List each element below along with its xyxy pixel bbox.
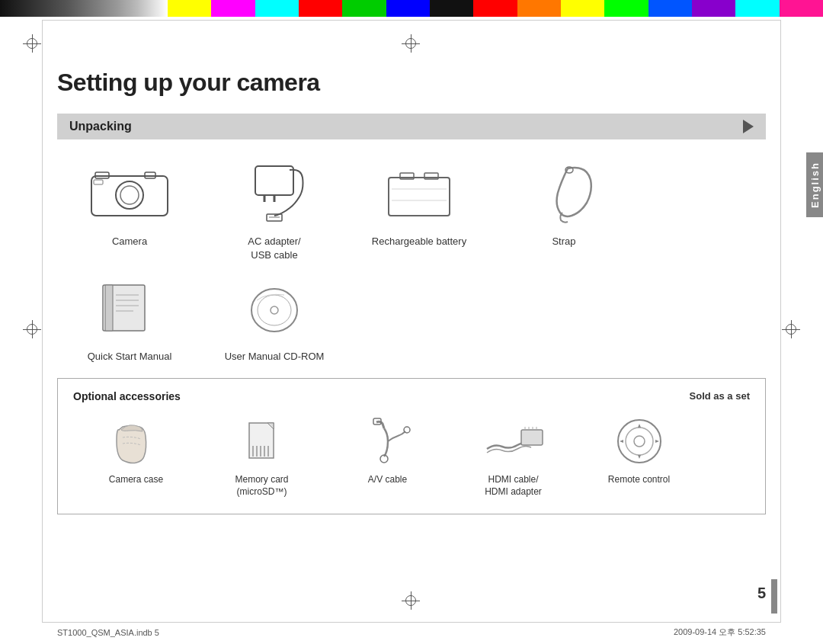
optional-accessories-box: Optional accessories Sold as a set: [57, 378, 766, 515]
item-quick-start: Quick Start Manual: [57, 274, 202, 364]
item-battery: Rechargeable battery: [347, 159, 492, 248]
remote-label: Remote control: [608, 473, 670, 486]
footer-filename: ST1000_QSM_ASIA.indb 5: [57, 628, 159, 637]
swatch-violet: [692, 0, 735, 17]
quick-start-image: [84, 274, 175, 342]
top-color-bar: [0, 0, 823, 17]
crosshair-left-mid: [23, 320, 41, 338]
language-label: English: [809, 162, 821, 208]
av-cable-image: [350, 414, 426, 467]
quick-start-label: Quick Start Manual: [88, 350, 172, 364]
item-user-manual: User Manual CD-ROM: [202, 274, 347, 364]
swatch-red: [299, 0, 342, 17]
svg-marker-44: [620, 440, 623, 443]
hdmi-label: HDMI cable/HDMI adapter: [485, 473, 542, 499]
language-tab: English: [806, 152, 823, 217]
optional-items-row: Camera case: [73, 414, 750, 499]
unpacking-items-row2: Quick Start Manual User Manual CD-ROM: [57, 274, 766, 364]
svg-rect-34: [521, 430, 543, 445]
quick-start-svg: [99, 281, 160, 335]
crosshair-right-mid: [782, 320, 800, 338]
svg-point-25: [271, 306, 278, 314]
footer-timestamp: 2009-09-14 오후 5:52:35: [674, 626, 766, 638]
svg-point-33: [404, 427, 410, 433]
swatch-pink: [780, 0, 823, 17]
svg-rect-5: [94, 180, 103, 184]
user-manual-svg: [240, 281, 309, 335]
camera-label: Camera: [112, 235, 147, 248]
remote-image: [601, 414, 677, 467]
svg-point-24: [258, 295, 291, 325]
unpacking-items-row1: Camera AC adapter/USB cable: [57, 159, 766, 262]
opt-item-av-cable: A/V cable: [325, 414, 450, 486]
page-title: Setting up your camera: [57, 69, 766, 97]
footer: ST1000_QSM_ASIA.indb 5 2009-09-14 오후 5:5…: [57, 622, 766, 638]
swatch-red2: [473, 0, 517, 17]
optional-title: Optional accessories: [73, 390, 181, 402]
item-camera: Camera: [57, 159, 202, 248]
memory-card-label: Memory card(microSD™): [235, 473, 288, 499]
svg-rect-11: [389, 178, 450, 216]
page-marker: [771, 579, 777, 614]
optional-header: Optional accessories Sold as a set: [73, 390, 750, 402]
swatch-green: [342, 0, 386, 17]
svg-rect-18: [105, 285, 113, 331]
camera-case-image: [98, 414, 175, 467]
swatch-orange: [517, 0, 561, 17]
av-cable-label: A/V cable: [368, 473, 407, 486]
swatch-blue2: [648, 0, 692, 17]
opt-item-camera-case: Camera case: [73, 414, 199, 486]
camera-case-svg: [107, 415, 165, 466]
swatch-blue: [386, 0, 430, 17]
svg-marker-45: [655, 440, 659, 443]
battery-image: [373, 159, 465, 227]
color-swatches: [168, 0, 823, 17]
camera-svg: [88, 165, 171, 222]
swatch-cyan: [255, 0, 299, 17]
user-manual-label: User Manual CD-ROM: [225, 350, 325, 364]
swatch-yellow2: [561, 0, 604, 17]
svg-marker-43: [638, 455, 641, 459]
battery-svg: [381, 162, 457, 223]
ac-adapter-image: [229, 159, 320, 227]
swatch-black: [430, 0, 473, 17]
swatch-cyan2: [735, 0, 779, 17]
svg-point-2: [120, 186, 139, 204]
camera-image: [84, 159, 175, 227]
svg-point-40: [626, 428, 653, 455]
opt-item-memory-card: Memory card(microSD™): [199, 414, 325, 499]
hdmi-image: [476, 414, 552, 467]
unpacking-label: Unpacking: [69, 120, 132, 133]
svg-rect-6: [255, 166, 293, 195]
strap-svg: [526, 161, 602, 226]
page-border-left: [42, 20, 43, 623]
main-content: Setting up your camera Unpacking: [57, 27, 766, 617]
opt-item-remote: Remote control: [576, 414, 702, 486]
ac-adapter-svg: [232, 162, 316, 223]
page-number: 5: [757, 585, 766, 602]
av-cable-svg: [361, 415, 415, 466]
item-strap: Strap: [492, 159, 636, 248]
svg-marker-42: [638, 424, 641, 428]
hdmi-svg: [479, 415, 548, 466]
camera-case-label: Camera case: [109, 473, 163, 486]
user-manual-image: [229, 274, 320, 342]
item-ac-adapter: AC adapter/USB cable: [202, 159, 347, 262]
unpacking-bar: Unpacking: [57, 114, 766, 139]
strap-image: [518, 159, 610, 227]
ac-adapter-label: AC adapter/USB cable: [248, 235, 300, 262]
swatch-magenta: [211, 0, 255, 17]
page-border-top: [42, 20, 781, 21]
battery-label: Rechargeable battery: [372, 235, 466, 248]
grayscale-bar: [0, 0, 168, 17]
memory-card-svg: [235, 417, 289, 464]
crosshair-top-left: [23, 34, 41, 53]
opt-item-hdmi: HDMI cable/HDMI adapter: [450, 414, 576, 499]
memory-card-image: [224, 414, 300, 467]
swatch-yellow: [168, 0, 211, 17]
unpacking-arrow-icon: [743, 120, 754, 133]
svg-point-41: [634, 436, 645, 447]
swatch-lime: [604, 0, 648, 17]
sold-as-set-label: Sold as a set: [690, 390, 750, 402]
page-border-right: [780, 20, 781, 623]
